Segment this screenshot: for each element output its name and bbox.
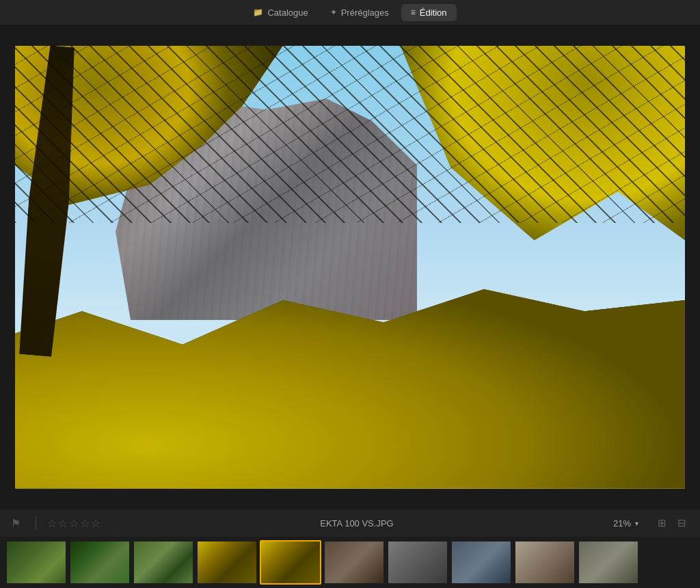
thumbnail-9[interactable] (514, 540, 576, 585)
thumbnail-8[interactable] (450, 540, 512, 585)
flag-button[interactable]: ⚑ (11, 517, 21, 530)
thumbnail-1-image (7, 542, 66, 583)
star-5[interactable]: ☆ (91, 517, 100, 530)
thumbnail-4-image (198, 542, 256, 583)
star-4[interactable]: ☆ (80, 517, 90, 530)
tree-branches (15, 46, 685, 223)
thumbnail-5-active[interactable] (260, 540, 321, 585)
edition-icon: ≡ (411, 8, 416, 17)
filename-label: EKTA 100 VS.JPG (111, 518, 602, 529)
thumbnail-6[interactable] (323, 540, 385, 585)
tab-edition[interactable]: ≡ Édition (401, 4, 457, 21)
top-navigation: 📁 Catalogue ✦ Préréglages ≡ Édition (0, 0, 700, 25)
catalogue-icon: 📁 (253, 8, 263, 17)
thumbnail-1[interactable] (5, 540, 67, 585)
star-rating[interactable]: ☆ ☆ ☆ ☆ ☆ (47, 517, 100, 530)
thumbnail-5-image (261, 542, 320, 583)
thumbnail-6-image (325, 542, 383, 583)
thumbnail-3-image (134, 542, 193, 583)
main-image-area (0, 25, 700, 509)
thumbnail-7[interactable] (387, 540, 448, 585)
thumbnail-8-image (452, 542, 511, 583)
thumbnail-3[interactable] (133, 540, 194, 585)
compare-view-button[interactable]: ⊟ (675, 516, 689, 531)
zoom-chevron-icon: ▾ (635, 520, 638, 527)
thumbnail-9-image (515, 542, 574, 583)
tab-prereglages-label: Préréglages (341, 8, 389, 18)
prereglages-icon: ✦ (330, 8, 337, 17)
tab-catalogue-label: Catalogue (267, 8, 308, 18)
thumbnail-10-image (579, 542, 638, 583)
tab-catalogue[interactable]: 📁 Catalogue (243, 4, 317, 21)
thumbnail-10[interactable] (578, 540, 639, 585)
star-1[interactable]: ☆ (47, 517, 57, 530)
star-3[interactable]: ☆ (69, 517, 79, 530)
zoom-value: 21% (613, 518, 631, 529)
star-2[interactable]: ☆ (58, 517, 68, 530)
separator-1 (36, 516, 36, 530)
thumbnail-4[interactable] (196, 540, 258, 585)
thumbnail-strip (0, 537, 700, 588)
thumbnail-2-image (70, 542, 129, 583)
view-options: ⊞ ⊟ (655, 516, 689, 531)
tab-edition-label: Édition (420, 8, 447, 18)
photo-frame (15, 46, 685, 489)
tab-prereglages[interactable]: ✦ Préréglages (321, 4, 399, 21)
thumbnail-2[interactable] (69, 540, 131, 585)
zoom-control[interactable]: 21% ▾ (613, 518, 638, 529)
grid-view-button[interactable]: ⊞ (655, 516, 669, 531)
thumbnail-7-image (388, 542, 447, 583)
photo-canvas (15, 46, 685, 489)
status-bar: ⚑ ☆ ☆ ☆ ☆ ☆ EKTA 100 VS.JPG 21% ▾ ⊞ ⊟ (0, 509, 700, 537)
